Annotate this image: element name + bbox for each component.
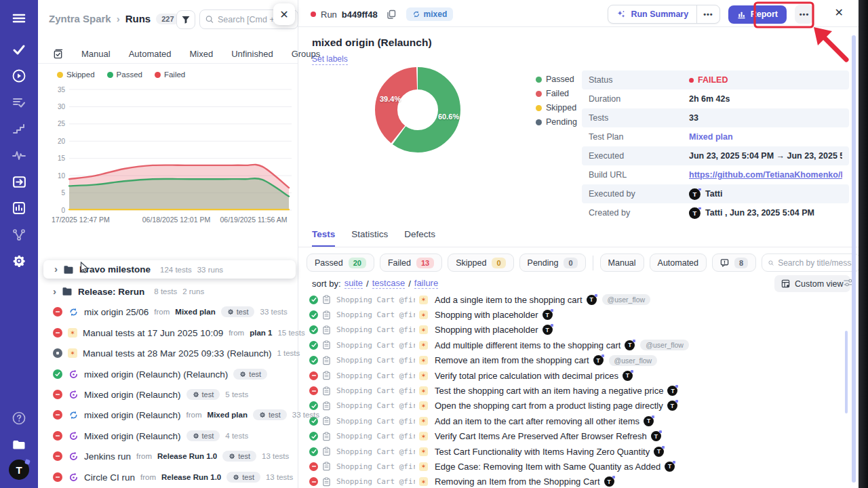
relaunch-icon	[68, 390, 79, 400]
import-icon[interactable]	[11, 174, 27, 190]
report-button[interactable]: Report	[728, 5, 787, 24]
cycle-icon	[412, 10, 420, 18]
test-result-row[interactable]: Shopping Cart @firs...✶Add a single item…	[298, 292, 849, 307]
panel-scrollbar[interactable]	[852, 35, 856, 483]
tests-search-input[interactable]	[778, 258, 854, 268]
run-row[interactable]: Mixed origin (Relaunch)test4 tests	[38, 428, 298, 444]
run-row[interactable]: mixed origin (Relaunch) (Relaunch)test	[38, 366, 298, 382]
run-row[interactable]: Jenkins runfromRelease Run 1.0test13 tes…	[38, 448, 298, 464]
run-type-badge[interactable]: mixed	[406, 7, 454, 21]
settings-gear-icon[interactable]	[11, 253, 27, 269]
passed-icon	[53, 369, 62, 379]
filter-chip-automated[interactable]: Automated	[650, 253, 707, 272]
projects-folder-icon[interactable]	[11, 436, 27, 453]
run-row[interactable]: ✶Manual tests at 28 Mar 2025 09:33 (Rela…	[38, 345, 298, 361]
donut-legend-item: Passed	[536, 75, 577, 84]
failed-icon	[53, 451, 62, 461]
comments-chip[interactable]: 8	[712, 253, 756, 272]
test-result-row[interactable]: Shopping Cart @firs...✶Removing an Item …	[298, 474, 849, 488]
tab-unfinished[interactable]: Unfinished	[231, 49, 273, 59]
test-suite-label: Shopping Cart @firs...	[336, 341, 415, 350]
sort-suite-link[interactable]: suite	[344, 278, 363, 289]
test-result-row[interactable]: Shopping Cart @firs...✶Verify total pric…	[298, 368, 849, 383]
test-tag: @user_flow	[602, 294, 651, 305]
avatar: T	[667, 386, 677, 396]
test-result-row[interactable]: Shopping Cart @firs...✶Edge Case: Removi…	[298, 459, 849, 474]
passed-icon	[309, 310, 318, 319]
legend-dot	[107, 72, 113, 78]
sort-testcase-link[interactable]: testcase	[372, 278, 405, 289]
test-plan-link[interactable]: Mixed plan	[689, 132, 733, 142]
run-row[interactable]: mix origin 25/06fromMixed plantest33 tes…	[38, 304, 298, 320]
avatar: T	[587, 295, 597, 305]
avatar: T	[665, 462, 675, 472]
detail-row: Duration2h 6m 42s	[582, 89, 849, 108]
test-chip: test	[233, 369, 267, 380]
run-group-row[interactable]: ›Release: Rerun8 tests2 runs	[38, 283, 298, 300]
expand-chevron-icon[interactable]: ›	[54, 264, 58, 274]
build-url-link[interactable]: https://github.com/TetianaKhomenko/Load-…	[689, 170, 842, 180]
filter-chip-pending[interactable]: Pending0	[519, 253, 586, 272]
testcase-icon	[322, 416, 331, 426]
detail-tabs: TestsStatisticsDefects	[298, 229, 859, 247]
donut-failed-label: 39.4%	[380, 95, 401, 103]
tab-manual[interactable]: Manual	[81, 49, 111, 59]
runs-play-icon[interactable]	[11, 68, 27, 84]
manual-spark-icon: ✶	[68, 348, 77, 358]
testcases-check-icon[interactable]	[11, 41, 27, 58]
filter-chip-manual[interactable]: Manual	[600, 253, 644, 272]
branch-icon[interactable]	[11, 226, 27, 243]
test-result-row[interactable]: Shopping Cart @firs...✶Open the shopping…	[298, 399, 849, 413]
tab-mixed[interactable]: Mixed	[190, 49, 214, 59]
close-panel-button[interactable]: ✕	[273, 3, 295, 25]
donut-legend-item: Pending	[536, 117, 577, 127]
sort-failure-link[interactable]: failure	[414, 278, 438, 289]
run-row[interactable]: Circle CI runfromRelease Run 1.0test13 t…	[38, 469, 298, 485]
copy-icon[interactable]	[387, 9, 396, 19]
filter-chip-skipped[interactable]: Skipped0	[448, 253, 513, 272]
close-detail-button[interactable]: ✕	[835, 7, 844, 18]
expand-chevron-icon[interactable]: ›	[53, 286, 56, 296]
run-detail-header: Run b449ff48 mixed Run Summary •••	[298, 0, 859, 27]
detail-tab-defects[interactable]: Defects	[404, 229, 435, 245]
test-result-row[interactable]: Shopping Cart @firs...✶Shopping with pla…	[298, 323, 849, 338]
run-row[interactable]: Mixed origin (Relaunch)test5 tests	[38, 386, 298, 403]
legend-dot	[57, 72, 63, 78]
more-actions-button[interactable]: •••	[795, 5, 814, 24]
custom-view-button[interactable]: Custom view	[774, 275, 850, 292]
detail-tab-statistics[interactable]: Statistics	[351, 229, 388, 245]
run-row[interactable]: mixed origin (Relaunch)fromMixed plantes…	[38, 407, 298, 423]
review-list-icon[interactable]	[11, 94, 27, 110]
help-icon[interactable]	[11, 410, 27, 426]
menu-icon[interactable]	[11, 10, 27, 26]
test-result-row[interactable]: Shopping Cart @firs...✶Add an item to th…	[298, 413, 849, 428]
donut-passed-label: 60.6%	[438, 113, 459, 121]
list-scrollbar[interactable]	[845, 331, 848, 413]
test-result-row[interactable]: Shopping Cart @firs...✶Remove an item fr…	[298, 353, 849, 368]
test-result-row[interactable]: Shopping Cart @firs...✶Shopping with pla…	[298, 307, 849, 322]
batch-select-icon[interactable]	[53, 49, 63, 59]
test-result-row[interactable]: Shopping Cart @firs...✶Add multiple diff…	[298, 338, 849, 352]
tab-groups[interactable]: Groups	[292, 49, 321, 59]
filter-button[interactable]	[176, 10, 195, 29]
run-row[interactable]: ✶Manual tests at 17 Jun 2025 10:09frompl…	[38, 325, 298, 341]
run-summary-more-button[interactable]: •••	[696, 5, 719, 23]
filter-chip-passed[interactable]: Passed20	[307, 253, 374, 272]
test-chip: test	[186, 389, 220, 400]
reports-chart-icon[interactable]	[11, 200, 27, 216]
milestones-steps-icon[interactable]	[11, 121, 27, 137]
breadcrumb-project[interactable]: Zyntra Spark	[49, 13, 111, 24]
test-result-row[interactable]: Shopping Cart @firs...✶Test the shopping…	[298, 383, 849, 398]
run-details-table: StatusFAILEDDuration2h 6m 42sTests33Test…	[582, 70, 849, 222]
user-avatar[interactable]: T	[9, 460, 29, 480]
tab-automated[interactable]: Automated	[129, 49, 172, 59]
activity-pulse-icon[interactable]	[11, 147, 27, 163]
filter-chip-failed[interactable]: Failed13	[380, 253, 442, 272]
test-result-row[interactable]: Shopping Cart @firs...✶Verify Cart Items…	[298, 429, 849, 444]
run-summary-button[interactable]: Run Summary	[608, 5, 696, 23]
test-title: Add a single item to the shopping cart	[435, 295, 583, 305]
test-result-row[interactable]: Shopping Cart @firs...✶Test Cart Functio…	[298, 444, 849, 459]
tests-search[interactable]	[762, 253, 861, 272]
detail-tab-tests[interactable]: Tests	[312, 229, 335, 247]
automated-spark-icon: ✶	[419, 462, 428, 471]
